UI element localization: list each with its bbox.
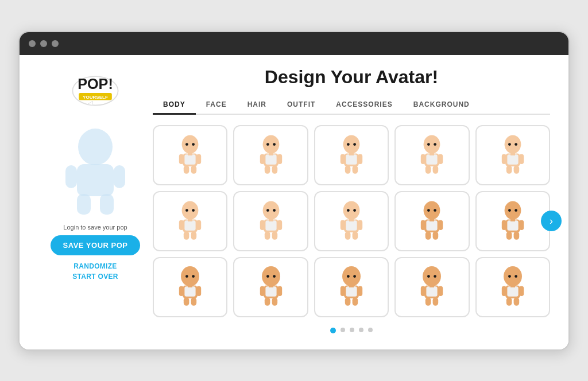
funko-figure — [499, 134, 527, 176]
avatar-card[interactable] — [475, 257, 550, 317]
app-content: POP! YOURSELF L — [20, 55, 568, 349]
svg-rect-127 — [260, 286, 264, 296]
svg-rect-157 — [502, 286, 506, 296]
avatar-card[interactable] — [233, 125, 308, 185]
svg-rect-160 — [513, 297, 519, 305]
svg-point-143 — [434, 275, 437, 278]
svg-rect-90 — [353, 231, 358, 239]
page-dot-4[interactable] — [359, 328, 363, 332]
avatar-silhouette — [61, 125, 130, 217]
svg-point-51 — [504, 135, 521, 154]
svg-rect-55 — [507, 154, 518, 165]
svg-rect-77 — [260, 220, 264, 230]
svg-rect-108 — [519, 220, 524, 230]
avatar-card[interactable] — [475, 125, 550, 185]
svg-point-92 — [427, 209, 430, 212]
avatar-card[interactable] — [153, 191, 227, 251]
svg-rect-66 — [188, 219, 192, 221]
svg-point-81 — [343, 201, 360, 220]
svg-point-31 — [343, 135, 360, 154]
svg-point-22 — [266, 143, 269, 146]
tabs: BODY FACE HAIR OUTFIT ACCESSORIES BACKGR… — [153, 96, 550, 115]
avatar-card[interactable] — [394, 125, 469, 185]
avatar-card[interactable] — [233, 191, 308, 251]
svg-point-102 — [508, 209, 511, 212]
funko-figure — [338, 200, 365, 242]
svg-rect-69 — [184, 231, 189, 239]
svg-point-62 — [185, 209, 188, 212]
svg-rect-65 — [185, 220, 196, 231]
svg-rect-97 — [421, 220, 425, 230]
avatar-card[interactable] — [233, 257, 308, 317]
browser-dot-1 — [29, 40, 36, 47]
funko-figure — [338, 134, 365, 176]
svg-point-42 — [427, 143, 430, 146]
svg-rect-68 — [196, 220, 201, 230]
svg-point-52 — [508, 143, 511, 146]
logo-area: POP! YOURSELF — [69, 72, 121, 112]
svg-rect-25 — [265, 154, 276, 165]
svg-rect-106 — [510, 219, 515, 221]
page-dot-5[interactable] — [368, 328, 373, 332]
sidebar: POP! YOURSELF L — [38, 67, 153, 333]
svg-point-5 — [78, 129, 113, 165]
svg-point-113 — [192, 275, 195, 278]
randomize-button[interactable]: RANDOMIZE — [74, 262, 117, 270]
funko-figure — [418, 266, 446, 308]
svg-point-53 — [514, 143, 517, 146]
svg-rect-129 — [264, 297, 270, 305]
svg-rect-86 — [349, 219, 354, 221]
next-button[interactable]: › — [541, 211, 562, 231]
svg-rect-100 — [433, 231, 439, 239]
svg-point-153 — [514, 275, 517, 278]
tab-body[interactable]: BODY — [153, 96, 196, 115]
tab-accessories[interactable]: ACCESSORIES — [326, 96, 403, 115]
page-dot-3[interactable] — [350, 328, 354, 332]
start-over-button[interactable]: START OVER — [72, 273, 118, 281]
svg-point-11 — [182, 135, 199, 154]
avatar-card[interactable] — [314, 257, 389, 317]
avatar-card[interactable] — [314, 125, 389, 185]
svg-rect-109 — [506, 231, 512, 239]
svg-rect-128 — [277, 286, 282, 296]
avatar-card[interactable] — [394, 257, 469, 317]
svg-rect-60 — [513, 165, 519, 173]
svg-rect-56 — [510, 153, 515, 155]
tab-face[interactable]: FACE — [196, 96, 237, 115]
svg-rect-27 — [260, 154, 264, 164]
svg-rect-7 — [65, 165, 77, 188]
browser-dot-2 — [40, 40, 47, 47]
svg-rect-136 — [349, 285, 354, 287]
svg-point-121 — [262, 266, 280, 286]
svg-rect-8 — [114, 165, 125, 188]
svg-rect-138 — [358, 286, 362, 296]
svg-point-73 — [273, 209, 276, 212]
avatar-card[interactable] — [314, 191, 389, 251]
svg-point-151 — [504, 266, 522, 286]
grid-wrapper: › — [153, 125, 550, 317]
tab-hair[interactable]: HAIR — [237, 96, 277, 115]
avatar-card[interactable] — [475, 191, 550, 251]
svg-point-112 — [185, 275, 188, 278]
tab-background[interactable]: BACKGROUND — [403, 96, 480, 115]
svg-rect-125 — [265, 286, 276, 297]
page-dot-2[interactable] — [341, 328, 345, 332]
svg-point-41 — [424, 135, 440, 154]
avatar-card[interactable] — [153, 257, 227, 317]
svg-rect-50 — [433, 165, 439, 173]
funko-figure — [338, 266, 365, 308]
tab-outfit[interactable]: OUTFIT — [277, 96, 326, 115]
svg-rect-137 — [341, 286, 345, 296]
svg-text:POP!: POP! — [78, 75, 113, 91]
avatar-card[interactable] — [394, 191, 469, 251]
svg-rect-58 — [519, 154, 524, 164]
page-dot-1[interactable] — [330, 328, 336, 333]
svg-rect-155 — [507, 286, 518, 297]
svg-point-152 — [508, 275, 511, 278]
browser-window: POP! YOURSELF L — [18, 31, 570, 351]
save-pop-button[interactable]: SAVE YOUR POP — [51, 235, 141, 255]
funko-figure — [418, 134, 446, 176]
avatar-card[interactable] — [153, 125, 227, 185]
funko-figure — [499, 200, 527, 242]
svg-rect-39 — [345, 165, 351, 173]
